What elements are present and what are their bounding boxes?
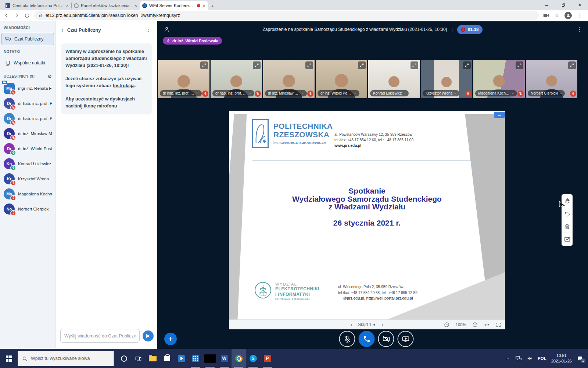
task-view-icon <box>135 355 142 362</box>
tab2-close-icon[interactable]: × <box>134 3 137 8</box>
action-bar <box>339 331 414 347</box>
fit-width-icon[interactable] <box>484 322 490 328</box>
participant-row[interactable]: Kr Krzysztof Wrona <box>0 171 55 186</box>
instrukcja-link[interactable]: Instrukcja <box>113 83 135 88</box>
action-center-button[interactable]: 1 <box>577 355 583 362</box>
camera-permission-icon[interactable] <box>543 13 549 18</box>
zoom-in-icon[interactable] <box>472 322 478 328</box>
fullscreen-icon[interactable] <box>568 61 576 69</box>
avatar: Dr <box>4 98 15 109</box>
fullscreen-icon[interactable] <box>253 61 261 69</box>
file-explorer-button[interactable] <box>146 349 160 368</box>
forward-icon[interactable] <box>14 13 20 18</box>
participant-row[interactable]: Dr dr hab. inż. prof. PRz… <box>0 96 55 111</box>
participant-row[interactable]: No Norbert Cierpicki <box>0 201 55 216</box>
word-button[interactable]: W <box>217 349 232 368</box>
task-view-button[interactable] <box>131 349 146 368</box>
fullscreen-icon[interactable] <box>358 61 366 69</box>
screen: Centrala telefoniczna Politechniki × Pan… <box>0 0 588 368</box>
taskbar-clock[interactable]: 10:51 2021-01-26 <box>551 353 572 364</box>
zoom-level[interactable]: 100% <box>456 322 466 327</box>
avatar: Ko <box>4 158 15 169</box>
window-close-button[interactable]: × <box>571 0 588 10</box>
cortana-button[interactable] <box>117 349 131 368</box>
video-name-dropdown[interactable]: Konrad Łukiewicz⌄ <box>370 90 409 96</box>
fullscreen-icon[interactable] <box>305 61 313 69</box>
video-name-dropdown[interactable]: dr hab. inż. prof. PRz Pi…⌄ <box>160 90 202 96</box>
video-name-dropdown[interactable]: dr inż. Mirosław Mazurek⌄ <box>265 90 307 96</box>
video-name-dropdown[interactable]: dr inż. Witold Posiewała⌄ <box>318 90 359 96</box>
mute-microphone-button[interactable] <box>339 331 355 347</box>
chat-message-input[interactable] <box>60 329 140 343</box>
participant-row[interactable]: Ma Magdalena Kochman <box>0 186 55 201</box>
video-name-dropdown[interactable]: Krzysztof Wrona⌄ <box>423 90 459 96</box>
share-screen-button[interactable] <box>398 331 414 347</box>
video-name-dropdown[interactable]: Magdalena Kochman⌄ <box>475 90 517 96</box>
tab-centrala[interactable]: Centrala telefoniczna Politechniki × <box>3 1 71 10</box>
multi-user-whiteboard-tool[interactable] <box>562 233 573 246</box>
sidebar-item-shared-notes[interactable]: Wspólne notatki <box>0 57 55 69</box>
slide-selector-dropdown[interactable]: Slajd 1▼ <box>358 322 376 327</box>
browser-menu-icon[interactable]: ⋮ <box>577 12 583 19</box>
window-minimize-button[interactable]: – <box>538 0 555 10</box>
taskbar-search-input[interactable] <box>31 356 110 361</box>
participant-row[interactable]: Ko Konrad Łukiewicz <box>0 156 55 171</box>
mail-button[interactable] <box>203 349 217 368</box>
start-button[interactable] <box>0 349 18 368</box>
language-indicator[interactable]: POL <box>538 356 546 361</box>
tab-weii-konferencja[interactable]: WEiI Serwer Konferencji - Za × <box>140 1 208 10</box>
new-tab-button[interactable]: + <box>208 1 218 10</box>
minimize-presentation-button[interactable]: – <box>494 112 505 118</box>
actions-plus-button[interactable]: + <box>164 333 177 345</box>
participant-row[interactable]: Mg mgr inż. Renata F…(Ty) <box>0 81 55 96</box>
profile-avatar-icon[interactable] <box>564 12 572 19</box>
fullscreen-icon[interactable] <box>516 61 523 69</box>
chat-menu-icon[interactable]: ⋮ <box>146 26 152 33</box>
calculator-button[interactable] <box>189 349 203 368</box>
presentation-fullscreen-icon[interactable] <box>496 322 501 328</box>
media-player-button[interactable] <box>174 349 189 368</box>
manage-users-icon[interactable] <box>164 26 170 33</box>
network-icon[interactable] <box>515 355 522 361</box>
url-bar[interactable]: et12.prz.edu.pl/html5client/join?session… <box>34 11 539 20</box>
video-name-dropdown[interactable]: dr hab. inż. prof. PRz R…⌄ <box>212 90 254 96</box>
muted-icon <box>255 91 261 97</box>
clear-annotations-tool[interactable] <box>562 220 573 233</box>
chrome-button[interactable] <box>232 349 246 368</box>
volume-icon[interactable] <box>527 355 533 361</box>
powerpoint-button[interactable]: P <box>260 349 275 368</box>
undo-annotation-tool[interactable] <box>562 207 573 220</box>
share-webcam-button[interactable] <box>378 331 394 347</box>
meeting-options-icon[interactable]: ⋮ <box>577 26 582 33</box>
participant-row[interactable]: Dr dr inż. Mirosław Maz… <box>0 126 55 141</box>
window-restore-button[interactable] <box>555 0 571 10</box>
recording-indicator[interactable]: 01:18 <box>457 25 483 34</box>
back-icon[interactable] <box>4 13 10 18</box>
tab-panel-efektow[interactable]: Panel efektów kształcenia × <box>71 1 140 10</box>
previous-slide-icon[interactable]: ‹ <box>351 322 353 328</box>
reload-icon[interactable] <box>24 13 30 18</box>
send-message-button[interactable] <box>143 330 154 342</box>
sidebar-item-public-chat[interactable]: Czat Publiczny <box>1 33 54 45</box>
taskbar-search[interactable] <box>18 351 114 366</box>
media-player-icon <box>178 355 185 362</box>
leave-audio-button[interactable] <box>359 331 375 347</box>
zoom-out-icon[interactable] <box>444 322 449 328</box>
participant-row[interactable]: Dr dr inż. Witold Posiew… <box>0 141 55 156</box>
participant-row[interactable]: Dr dr hab. inż. prof. PRz… <box>0 111 55 126</box>
hidden-icons-chevron[interactable] <box>505 356 510 361</box>
tab3-close-icon[interactable]: × <box>202 3 205 8</box>
bookmark-star-icon[interactable]: ☆ <box>555 12 559 19</box>
muted-icon <box>307 91 313 97</box>
tab1-close-icon[interactable]: × <box>66 3 69 8</box>
fullscreen-icon[interactable] <box>200 61 208 69</box>
video-tile: Norbert Cierpicki⌄ <box>526 60 577 98</box>
chat-back-icon[interactable]: ‹ <box>61 27 64 33</box>
video-name-dropdown[interactable]: Norbert Cierpicki⌄ <box>528 90 565 96</box>
fullscreen-icon[interactable] <box>410 61 418 69</box>
participants-settings-icon[interactable]: ⚙ <box>47 74 52 79</box>
store-button[interactable] <box>160 349 174 368</box>
next-slide-icon[interactable]: › <box>381 322 383 328</box>
skype-button[interactable]: S <box>246 349 260 368</box>
fullscreen-icon[interactable] <box>463 61 471 69</box>
